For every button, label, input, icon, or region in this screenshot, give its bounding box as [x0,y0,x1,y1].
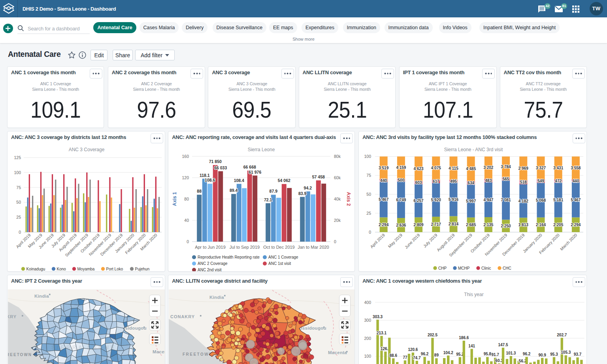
svg-text:50: 50 [16,200,21,205]
svg-text:MCHP: MCHP [458,266,470,270]
svg-text:2 135: 2 135 [484,223,494,227]
svg-text:Macenta: Macenta [153,349,165,354]
svg-text:202.7: 202.7 [557,333,567,337]
svg-text:3 202: 3 202 [484,165,494,170]
svg-text:3 558: 3 558 [571,166,581,170]
svg-text:100: 100 [364,154,371,159]
svg-text:88.6: 88.6 [390,353,398,358]
svg-text:CHP: CHP [438,266,447,270]
svg-text:75: 75 [16,185,21,190]
svg-text:108.6: 108.6 [205,178,215,182]
svg-text:5 068: 5 068 [536,198,546,203]
svg-text:75: 75 [367,173,371,178]
svg-text:Koinadugu: Koinadugu [26,267,45,271]
svg-text:0: 0 [369,230,371,235]
svg-text:101.3: 101.3 [506,351,516,355]
svg-text:200: 200 [364,336,371,341]
svg-text:Sierra Leone: Sierra Leone [248,147,275,152]
svg-text:4 115: 4 115 [449,166,458,171]
svg-text:April 2019: April 2019 [369,233,386,249]
svg-text:5 467: 5 467 [379,197,388,202]
svg-text:25: 25 [16,215,21,220]
svg-text:202.5: 202.5 [428,333,437,337]
svg-text:54 062: 54 062 [278,178,290,183]
svg-text:303.3: 303.3 [373,315,383,319]
svg-text:495: 495 [450,179,457,184]
svg-text:2 250: 2 250 [501,224,511,228]
svg-text:90.9: 90.9 [539,353,547,357]
svg-text:0: 0 [334,239,336,244]
svg-text:Axis 2: Axis 2 [346,192,351,206]
svg-text:118.1: 118.1 [200,173,210,178]
svg-text:Sierra Leone - ANC 3rd visit: Sierra Leone - ANC 3rd visit [444,147,503,152]
svg-text:94.2: 94.2 [304,186,312,190]
svg-text:89.4: 89.4 [230,188,238,193]
svg-text:FREETOWN: FREETOWN [183,352,213,356]
svg-text:ANC 1st visit: ANC 1st visit [268,261,291,266]
svg-text:83.9: 83.9 [298,191,307,196]
svg-text:5 181: 5 181 [553,198,563,202]
svg-text:0: 0 [187,239,189,244]
svg-text:77: 77 [403,355,408,360]
svg-text:1 813: 1 813 [518,223,528,227]
svg-text:125: 125 [14,155,21,160]
svg-text:80k: 80k [334,154,341,159]
svg-text:96.2: 96.2 [523,352,531,356]
svg-text:4 485: 4 485 [466,167,476,171]
svg-text:617: 617 [433,179,439,184]
svg-text:2 685: 2 685 [466,223,476,227]
svg-text:565: 565 [503,177,509,181]
svg-text:440: 440 [381,178,387,183]
svg-text:4 159: 4 159 [396,165,406,170]
svg-text:95.8: 95.8 [484,352,492,356]
svg-text:104.2: 104.2 [443,351,453,355]
svg-text:61 976: 61 976 [249,170,261,174]
svg-text:5 467: 5 467 [571,198,581,202]
svg-text:This year: This year [464,292,484,297]
svg-text:20k: 20k [334,218,341,223]
svg-text:2 636: 2 636 [396,223,406,227]
svg-text:483: 483 [485,178,492,183]
svg-text:120.6: 120.6 [408,347,418,352]
svg-text:3 431: 3 431 [553,166,563,170]
svg-text:Moyamba: Moyamba [77,267,95,271]
svg-text:2 164: 2 164 [536,223,546,227]
svg-text:88: 88 [197,189,202,193]
svg-text:66 033: 66 033 [214,165,227,170]
svg-text:CHC: CHC [503,266,511,270]
svg-text:2 717: 2 717 [431,222,441,227]
svg-text:Apr to Jun 2019: Apr to Jun 2019 [195,245,226,250]
svg-text:Pujehun: Pujehun [135,267,150,271]
svg-text:186.6: 186.6 [459,336,469,340]
svg-text:May 2019: May 2019 [387,233,403,249]
svg-text:95.3: 95.3 [550,352,558,356]
svg-text:ANC 2nd visit: ANC 2nd visit [198,268,222,272]
svg-text:ANC 3 Coverage: ANC 3 Coverage [69,147,105,152]
svg-text:400: 400 [364,300,371,305]
svg-text:25: 25 [367,211,371,216]
svg-text:4 947: 4 947 [484,198,494,202]
svg-text:ANC 1 Coverage: ANC 1 Coverage [268,255,298,259]
svg-text:518: 518 [520,180,527,184]
svg-text:CONAKRY: CONAKRY [8,314,17,319]
svg-text:March 2020: March 2020 [559,233,578,251]
svg-text:60k: 60k [334,175,341,180]
svg-text:96.2: 96.2 [421,352,429,356]
svg-text:100: 100 [14,170,21,175]
svg-text:Clinic: Clinic [481,266,491,270]
svg-text:40k: 40k [334,197,341,201]
svg-text:3 519: 3 519 [379,166,388,170]
svg-text:2 809: 2 809 [414,223,424,227]
svg-text:5 920: 5 920 [431,198,441,202]
svg-text:4 182: 4 182 [518,199,528,203]
svg-text:2 205: 2 205 [553,223,563,227]
svg-text:Axis 1: Axis 1 [172,192,177,206]
svg-text:108.4: 108.4 [234,178,244,183]
svg-text:3 327: 3 327 [536,166,546,170]
svg-text:2 294: 2 294 [379,223,388,227]
svg-text:160: 160 [182,154,189,159]
svg-text:141: 141 [469,344,475,348]
svg-text:40: 40 [185,218,189,223]
svg-text:300: 300 [364,318,371,323]
svg-text:Port Loko: Port Loko [106,267,123,271]
